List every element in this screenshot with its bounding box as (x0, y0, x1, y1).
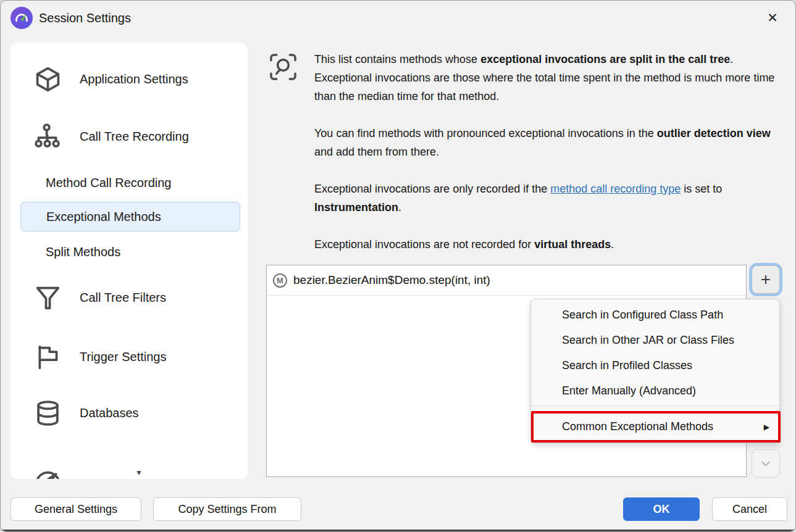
method-call-recording-type-link[interactable]: method call recording type (550, 183, 681, 195)
window-title: Session Settings (39, 1, 131, 35)
menu-item-search-configured-class-path[interactable]: Search in Configured Class Path (531, 302, 779, 328)
add-method-button[interactable]: + (752, 265, 780, 294)
sidebar-item-databases[interactable]: Databases (34, 399, 139, 427)
sidebar-item-call-tree-filters[interactable]: Call Tree Filters (34, 283, 166, 312)
call-tree-icon (34, 122, 62, 151)
sidebar-item-label: Split Methods (46, 245, 120, 259)
text-segment: This list contains methods whose (314, 53, 480, 65)
sidebar-item-split-methods[interactable]: Split Methods (46, 241, 120, 262)
sidebar-item-label: Method Call Recording (46, 176, 171, 190)
funnel-icon (34, 283, 62, 313)
settings-sidebar: Application Settings Call Tree Recording… (10, 43, 248, 479)
description-text: This list contains methods whose excepti… (314, 50, 782, 272)
cancel-button[interactable]: Cancel (712, 497, 787, 521)
search-view-icon (269, 52, 298, 81)
text-segment-bold: outlier detection view (657, 127, 771, 139)
session-settings-dialog: Session Settings ✕ Application Settings (0, 0, 796, 532)
sidebar-item-method-call-recording[interactable]: Method Call Recording (46, 172, 171, 193)
text-segment: . (398, 201, 401, 214)
sidebar-item-call-tree-recording[interactable]: Call Tree Recording (34, 121, 189, 152)
text-segment: and add them from there. (314, 146, 439, 158)
sidebar-item-trigger-settings[interactable]: Trigger Settings (34, 343, 166, 371)
database-icon (34, 399, 62, 428)
menu-item-search-other-jar-or-class-files[interactable]: Search in Other JAR or Class Files (531, 328, 779, 353)
sidebar-item-exceptional-methods-selected[interactable]: Exceptional Methods (20, 202, 240, 231)
menu-item-common-exceptional-methods[interactable]: Common Exceptional Methods ▶ (531, 411, 781, 443)
scroll-down-icon[interactable]: ▼ (124, 467, 154, 478)
sidebar-item-label: Call Tree Recording (80, 130, 189, 144)
gauge-icon (34, 456, 62, 480)
paragraph-outlier-detection: You can find methods with pronounced exc… (314, 124, 782, 161)
sidebar-item-application-settings[interactable]: Application Settings (34, 64, 188, 94)
sidebar-item-label: Exceptional Methods (46, 210, 161, 224)
method-signature: bezier.BezierAnim$Demo.step(int, int) (293, 273, 490, 287)
flag-icon (34, 342, 62, 372)
window-bottom-edge (1, 530, 795, 531)
submenu-arrow-icon: ▶ (764, 423, 778, 431)
text-segment: . (611, 238, 614, 251)
menu-item-label: Common Exceptional Methods (534, 420, 764, 433)
paragraph-recording-type: Exceptional invocations are only recorde… (314, 180, 782, 217)
general-settings-button[interactable]: General Settings (10, 497, 141, 521)
plus-icon: + (761, 270, 771, 289)
text-segment: Exceptional invocations are not recorded… (314, 238, 534, 251)
paragraph-virtual-threads: Exceptional invocations are not recorded… (314, 235, 782, 254)
cube-icon (34, 64, 62, 94)
method-icon: M (273, 273, 287, 288)
sidebar-item-label: Databases (80, 406, 139, 420)
move-down-button[interactable] (752, 449, 780, 478)
text-segment-bold: Instrumentation (314, 201, 398, 214)
menu-item-enter-manually-advanced[interactable]: Enter Manually (Advanced) (531, 378, 779, 404)
sidebar-item-label: Trigger Settings (80, 350, 166, 364)
sidebar-item-label: Application Settings (80, 72, 188, 86)
close-icon[interactable]: ✕ (762, 8, 783, 28)
paragraph-split-in-call-tree: This list contains methods whose excepti… (314, 50, 782, 106)
copy-settings-from-button[interactable]: Copy Settings From (153, 497, 301, 521)
title-bar: Session Settings ✕ (1, 1, 795, 35)
text-segment: Exceptional invocations are only recorde… (314, 183, 550, 195)
text-segment: You can find methods with pronounced exc… (314, 127, 657, 139)
method-list-row[interactable]: M bezier.BezierAnim$Demo.step(int, int) (267, 265, 746, 296)
ok-button[interactable]: OK (623, 497, 700, 521)
menu-separator (531, 405, 779, 406)
sidebar-item-label: Call Tree Filters (80, 291, 166, 305)
text-segment-bold: virtual threads (534, 238, 611, 251)
jprofiler-logo-icon (10, 7, 33, 29)
sidebar-item-partially-visible[interactable] (34, 457, 62, 479)
chevron-down-icon (759, 457, 773, 470)
menu-item-search-profiled-classes[interactable]: Search in Profiled Classes (531, 353, 779, 378)
text-segment-bold: exceptional invocations are split in the… (480, 53, 730, 65)
add-method-popup-menu: Search in Configured Class Path Search i… (530, 299, 780, 443)
text-segment: is set to (681, 183, 722, 195)
